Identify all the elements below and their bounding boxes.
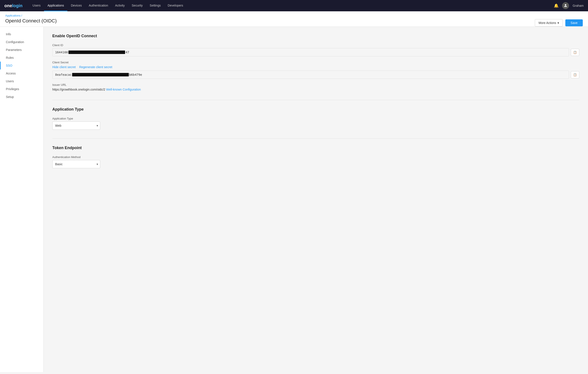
issuer-url-label: Issuer URL bbox=[52, 83, 579, 86]
hide-client-secret-button[interactable]: Hide client secret bbox=[52, 65, 76, 69]
well-known-configuration-link[interactable]: Well-known Configuration bbox=[106, 88, 141, 91]
more-actions-button[interactable]: More Actions ▾ bbox=[535, 19, 563, 27]
application-type-label: Application Type bbox=[52, 117, 579, 120]
client-id-redacted bbox=[68, 51, 125, 54]
client-id-copy-button[interactable]: 📋 bbox=[571, 49, 579, 56]
page-header: Applications / OpenId Connect (OIDC) Mor… bbox=[0, 11, 588, 27]
issuer-url-group: Issuer URL https://growthbook.onelogin.c… bbox=[52, 83, 579, 91]
nav-item-activity[interactable]: Activity bbox=[112, 0, 128, 11]
issuer-url-value: https://growthbook.onelogin.com/oidc/2 W… bbox=[52, 88, 579, 91]
auth-method-select-wrapper: Basic POST Private Key JWT None ▾ bbox=[52, 160, 100, 168]
client-secret-link-row: Hide client secret Regenerate client sec… bbox=[52, 65, 579, 69]
sidebar-item-configuration[interactable]: Configuration bbox=[0, 38, 43, 46]
main-layout: Info Configuration Parameters Rules SSO … bbox=[0, 27, 588, 372]
notification-bell-icon[interactable]: 🔔 bbox=[554, 3, 559, 8]
client-id-value: 164416647 bbox=[52, 48, 569, 56]
regenerate-client-secret-button[interactable]: Regenerate client secret bbox=[79, 65, 112, 69]
sidebar-item-users[interactable]: Users bbox=[0, 77, 43, 85]
sidebar-item-privileges[interactable]: Privileges bbox=[0, 85, 43, 93]
client-secret-row: 8eafeacacb6b479e 📋 bbox=[52, 71, 579, 79]
token-endpoint-section-title: Token Endpoint bbox=[52, 146, 579, 150]
sidebar-item-sso[interactable]: SSO bbox=[0, 62, 43, 70]
application-type-group: Application Type Web Native/Mobile Singl… bbox=[52, 117, 579, 130]
sidebar-item-access[interactable]: Access bbox=[0, 70, 43, 77]
nav-item-developers[interactable]: Developers bbox=[164, 0, 187, 11]
client-id-group: Client ID 164416647 📋 bbox=[52, 43, 579, 56]
more-actions-label: More Actions bbox=[538, 21, 556, 25]
client-secret-label: Client Secret bbox=[52, 61, 579, 64]
svg-point-0 bbox=[565, 4, 567, 6]
application-type-section: Application Type Application Type Web Na… bbox=[52, 107, 579, 130]
copy-icon-2: 📋 bbox=[573, 73, 577, 76]
save-button[interactable]: Save bbox=[565, 19, 583, 26]
header-actions: More Actions ▾ Save bbox=[535, 14, 583, 27]
client-id-prefix: 1644166 bbox=[55, 51, 68, 54]
sidebar: Info Configuration Parameters Rules SSO … bbox=[0, 27, 44, 372]
openid-connect-section: Enable OpenID Connect Client ID 16441664… bbox=[52, 34, 579, 91]
application-type-section-title: Application Type bbox=[52, 107, 579, 112]
breadcrumb-applications-link[interactable]: Applications / bbox=[5, 14, 22, 17]
client-id-row: 164416647 📋 bbox=[52, 48, 579, 56]
user-name-label: Graham bbox=[573, 4, 584, 7]
breadcrumb-title-group: Applications / OpenId Connect (OIDC) bbox=[5, 14, 57, 26]
sidebar-item-info[interactable]: Info bbox=[0, 30, 43, 38]
sidebar-item-setup[interactable]: Setup bbox=[0, 93, 43, 101]
copy-icon: 📋 bbox=[573, 51, 577, 54]
nav-item-devices[interactable]: Devices bbox=[67, 0, 85, 11]
brand-one: one bbox=[4, 3, 12, 8]
client-secret-value: 8eafeacacb6b479e bbox=[52, 71, 569, 79]
navbar: onelogin Users Applications Devices Auth… bbox=[0, 0, 588, 11]
brand-logo[interactable]: onelogin bbox=[4, 3, 22, 8]
client-id-label: Client ID bbox=[52, 43, 579, 47]
navbar-right: 🔔 Graham bbox=[554, 2, 584, 9]
sidebar-item-rules[interactable]: Rules bbox=[0, 54, 43, 62]
application-type-select[interactable]: Web Native/Mobile Single Page App Servic… bbox=[52, 121, 100, 130]
auth-method-group: Authentication Method Basic POST Private… bbox=[52, 155, 579, 168]
client-id-suffix: 47 bbox=[126, 51, 129, 54]
openid-connect-section-title: Enable OpenID Connect bbox=[52, 34, 579, 38]
chevron-down-icon: ▾ bbox=[557, 21, 559, 25]
breadcrumb: Applications / bbox=[5, 14, 57, 17]
content-area: Enable OpenID Connect Client ID 16441664… bbox=[44, 27, 588, 372]
nav-item-authentication[interactable]: Authentication bbox=[85, 0, 112, 11]
auth-method-select[interactable]: Basic POST Private Key JWT None bbox=[52, 160, 100, 168]
client-secret-suffix: b6b479e bbox=[129, 73, 142, 76]
nav-menu: Users Applications Devices Authenticatio… bbox=[29, 0, 554, 11]
client-secret-group: Client Secret Hide client secret Regener… bbox=[52, 61, 579, 79]
nav-item-settings[interactable]: Settings bbox=[146, 0, 164, 11]
client-secret-copy-button[interactable]: 📋 bbox=[571, 71, 579, 78]
token-endpoint-section: Token Endpoint Authentication Method Bas… bbox=[52, 146, 579, 168]
nav-item-users[interactable]: Users bbox=[29, 0, 44, 11]
auth-method-label: Authentication Method bbox=[52, 155, 579, 159]
issuer-url-text: https://growthbook.onelogin.com/oidc/2 bbox=[52, 88, 105, 91]
brand-login: login bbox=[12, 3, 23, 8]
sidebar-item-parameters[interactable]: Parameters bbox=[0, 46, 43, 54]
nav-item-security[interactable]: Security bbox=[128, 0, 146, 11]
nav-item-applications[interactable]: Applications bbox=[44, 0, 68, 11]
client-secret-redacted bbox=[72, 73, 129, 76]
page-title: OpenId Connect (OIDC) bbox=[5, 18, 57, 26]
client-secret-prefix: 8eafeacac bbox=[55, 73, 72, 76]
application-type-select-wrapper: Web Native/Mobile Single Page App Servic… bbox=[52, 121, 100, 130]
avatar[interactable] bbox=[562, 2, 569, 9]
